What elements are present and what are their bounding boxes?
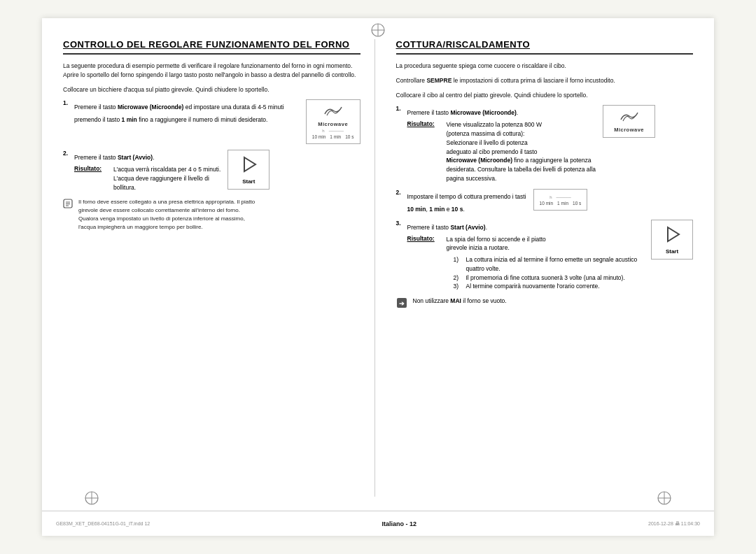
bold-1min: 1 min xyxy=(429,206,444,213)
step2-num: 2. xyxy=(63,150,71,157)
left-start-label: Start xyxy=(242,178,255,185)
right-h-label: h xyxy=(550,195,552,199)
compass-top-icon xyxy=(370,22,386,41)
warning-text-content: Non utilizzare MAI il forno se vuoto. xyxy=(413,297,507,306)
sub-num-2: 2) xyxy=(454,274,463,283)
sub-item-2: 2) Il promemoria di fine cottura suonerà… xyxy=(454,274,645,283)
step1-bold1: Microwave (Microonde) xyxy=(118,104,183,111)
warning-icon: ➔ xyxy=(396,297,409,310)
sub-num-3: 3) xyxy=(454,282,463,291)
svg-text:➔: ➔ xyxy=(399,300,405,307)
right-risultato1-text: Viene visualizzato la potenza 800 W (pot… xyxy=(447,120,596,183)
start-arrow-icon xyxy=(239,155,258,177)
right-start-box: Start xyxy=(651,220,693,260)
time-10min: 10 min xyxy=(312,134,326,139)
step1-bold2: 1 min xyxy=(122,116,137,123)
right-risultato3: Risultato: La spia del forno si accende … xyxy=(407,235,645,292)
left-step-2: 2. Premere il tasto Start (Avvio). Risul… xyxy=(63,150,360,192)
left-risultato: Risultato: L'acqua verrà riscaldata per … xyxy=(74,165,220,192)
left-note-box: Il forno deve essere collegato a una pre… xyxy=(63,198,360,232)
left-section-title: CONTROLLO DEL REGOLARE FUNZIONAMENTO DEL… xyxy=(63,39,360,55)
right-step1-bold: Microwave (Microonde) xyxy=(450,109,516,116)
right-step1-content: Premere il tasto Microwave (Microonde). … xyxy=(407,105,656,183)
compass-bottom-right-icon xyxy=(657,490,672,509)
svg-marker-3 xyxy=(244,157,255,171)
right-warning: ➔ Non utilizzare MAI il forno se vuoto. xyxy=(396,297,694,310)
right-step3-num: 3. xyxy=(396,220,405,227)
left-time-row: h ───── xyxy=(322,129,344,133)
right-min-label: ───── xyxy=(556,195,570,199)
right-step2-content: Impostare il tempo di cottura premendo i… xyxy=(407,189,588,214)
bold-10min: 10 min xyxy=(407,206,426,213)
right-time-1min: 1 min xyxy=(557,201,568,206)
svg-marker-8 xyxy=(668,227,679,241)
right-step3-text: Premere il tasto Start (Avvio). Risultat… xyxy=(407,220,645,292)
right-step2-body: Impostare il tempo di cottura premendo i… xyxy=(407,193,526,213)
microonde-bold: Microwave (Microonde) xyxy=(447,157,512,164)
right-step1-num: 1. xyxy=(396,105,405,112)
step1-num: 1. xyxy=(63,99,71,106)
right-intro-text2: Controllare SEMPRE le impostazioni di co… xyxy=(396,76,694,85)
right-risultato3-label: Risultato: xyxy=(407,235,444,292)
right-step-2: 2. Impostare il tempo di cottura premend… xyxy=(396,189,694,214)
content-area: CONTROLLO DEL REGOLARE FUNZIONAMENTO DEL… xyxy=(42,18,714,511)
right-step1-intro: Collocare il cibo al centro del piatto g… xyxy=(396,91,694,100)
note-text-content: Il forno deve essere collegato a una pre… xyxy=(78,198,255,232)
footer-file-label: GE83M_XET_DE68-04151G-01_IT.indd 12 xyxy=(56,521,150,526)
right-risultato1-label: Risultato: xyxy=(407,120,444,183)
right-step1-body: Premere il tasto Microwave (Microonde). xyxy=(407,109,519,116)
right-step2-text: Impostare il tempo di cottura premendo i… xyxy=(407,189,526,214)
left-intro-text: La seguente procedura di esempio permett… xyxy=(63,62,360,80)
step3-bold: Start (Avvio) xyxy=(450,224,485,231)
left-start-box: Start xyxy=(227,150,270,190)
right-start-arrow-icon xyxy=(662,225,682,247)
note-icon xyxy=(63,199,74,210)
step2-content: Premere il tasto Start (Avvio). Risultat… xyxy=(74,150,270,192)
right-time-values: 10 min 1 min 10 s xyxy=(540,201,582,206)
min-label: ───── xyxy=(329,129,344,133)
step1-body: Premere il tasto Microwave (Microonde) e… xyxy=(74,104,284,123)
right-time-10min: 10 min xyxy=(540,201,554,206)
left-step2-intro: Collocare un bicchiere d'acqua sul piatt… xyxy=(63,85,360,94)
mai-bold: MAI xyxy=(450,297,461,304)
right-risultato1: Risultato: Viene visualizzato la potenza… xyxy=(407,120,596,183)
footer: GE83M_XET_DE68-04151G-01_IT.indd 12 Ital… xyxy=(42,511,714,536)
right-step2-num: 2. xyxy=(396,189,405,196)
sempre-bold: SEMPRE xyxy=(426,77,451,84)
right-step-3: 3. Premere il tasto Start (Avvio). Risul… xyxy=(396,220,694,292)
sub-list: 1) La cottura inizia ed al termine il fo… xyxy=(454,255,645,291)
right-time-display-box: h ───── 10 min 1 min 10 s xyxy=(533,189,588,211)
bold-10s: 10 s xyxy=(451,206,463,213)
step2-text-area: Premere il tasto Start (Avvio). Risultat… xyxy=(74,150,220,192)
right-time-row: h ───── xyxy=(550,195,571,199)
right-step3-body: Premere il tasto Start (Avvio). xyxy=(407,224,488,231)
step2-body: Premere il tasto Start (Avvio). xyxy=(74,154,155,161)
step1-text: Premere il tasto Microwave (Microonde) e… xyxy=(74,99,299,125)
right-time-10s: 10 s xyxy=(573,201,581,206)
compass-bottom-left-icon xyxy=(84,490,99,509)
time-1min: 1 min xyxy=(330,134,341,139)
time-10s: 10 s xyxy=(345,134,354,139)
step1-content: Premere il tasto Microwave (Microonde) e… xyxy=(74,99,360,144)
page: CONTROLLO DEL REGOLARE FUNZIONAMENTO DEL… xyxy=(42,18,714,536)
right-display-box: Microwave xyxy=(603,105,655,138)
min-text: ───── xyxy=(329,129,344,133)
left-column: CONTROLLO DEL REGOLARE FUNZIONAMENTO DEL… xyxy=(63,39,375,497)
footer-date-label: 2016-12-28 🖶 11:04:30 xyxy=(648,521,700,526)
left-display-box: Microwave h ───── 10 min 1 min xyxy=(306,99,360,144)
left-display-label: Microwave xyxy=(318,121,348,127)
sub-item-3: 3) Al termine comparirà nuovamente l'ora… xyxy=(454,282,645,291)
h-text: h xyxy=(322,129,324,133)
left-step-1: 1. Premere il tasto Microwave (Microonde… xyxy=(63,99,360,144)
right-min-text: ───── xyxy=(556,195,570,199)
right-column: COTTURA/RISCALDAMENTO La procedura segue… xyxy=(375,39,694,497)
right-display-label: Microwave xyxy=(614,127,644,133)
right-section-title: COTTURA/RISCALDAMENTO xyxy=(396,39,694,55)
right-h-text: h xyxy=(550,195,552,199)
right-intro-text1: La procedura seguente spiega come cuocer… xyxy=(396,62,694,71)
sub-num-1: 1) xyxy=(454,255,463,274)
risultato-text: L'acqua verrà riscaldata per 4 o 5 minut… xyxy=(113,165,220,192)
footer-page-label: Italiano - 12 xyxy=(382,520,416,527)
left-time-values: 10 min 1 min 10 s xyxy=(312,134,354,139)
sub-text-3: Al termine comparirà nuovamente l'orario… xyxy=(466,282,600,291)
